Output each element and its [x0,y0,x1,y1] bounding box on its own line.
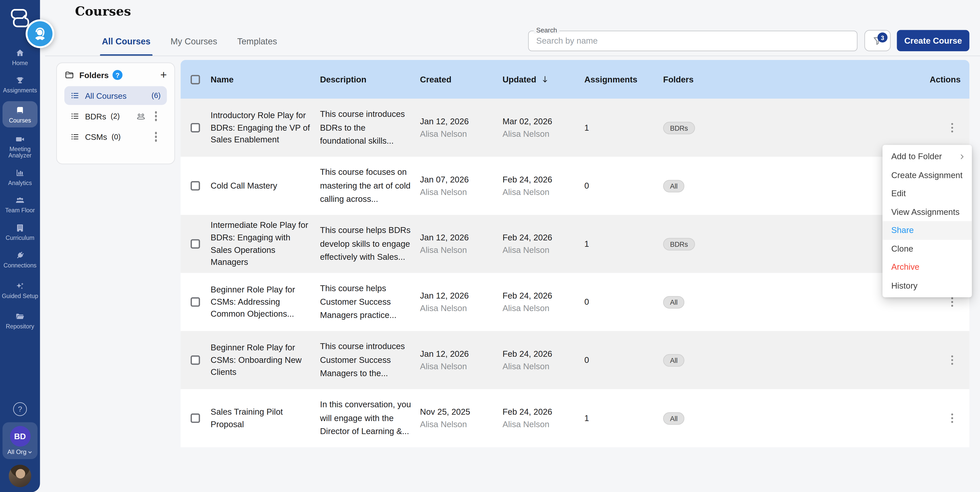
search-field: Search [528,31,858,51]
folder-chip: All [663,354,684,367]
org-avatar: BD [10,426,30,447]
assistant-avatar-button[interactable] [25,19,54,48]
list-icon [71,112,80,121]
table-row[interactable]: Introductory Role Play for BDRs: Engagin… [181,99,969,157]
sidebar-item-label: Curriculum [6,235,34,242]
sparkles-icon [15,281,25,291]
updated-by: Alisa Nelson [503,304,584,313]
menu-item-share[interactable]: Share [883,221,972,240]
org-switcher[interactable]: BD All Org [3,422,38,459]
folder-count: (0) [111,132,121,141]
folder-item-csms[interactable]: CSMs (0) [64,127,167,146]
sidebar-nav: Home Assignments Courses Meeting Analyze… [0,44,40,335]
row-checkbox[interactable] [191,413,200,423]
folder-count: (6) [151,91,161,100]
tab-all-courses[interactable]: All Courses [100,32,153,56]
column-header-updated[interactable]: Updated [503,74,584,84]
row-actions-kebab-icon[interactable] [947,353,957,367]
sidebar-active-pill: Courses [3,101,38,128]
row-actions-kebab-icon[interactable] [947,121,957,135]
menu-item-create-assignment[interactable]: Create Assignment [883,166,972,184]
menu-item-clone[interactable]: Clone [883,240,972,258]
user-avatar[interactable] [9,465,31,487]
org-label: All Org [7,448,33,455]
add-folder-button[interactable]: + [161,70,167,81]
sidebar-item-label: Meeting Analyzer [0,146,39,159]
folder-item-all-courses[interactable]: All Courses (6) [64,86,167,105]
row-checkbox[interactable] [191,239,200,249]
column-header-name[interactable]: Name [211,75,320,84]
folder-menu-kebab-icon[interactable] [151,129,161,144]
sidebar-item-label: Courses [9,117,31,124]
sidebar-item-label: Assignments [3,87,37,94]
row-checkbox[interactable] [191,297,200,307]
building-icon [15,223,25,233]
search-input[interactable] [528,31,858,51]
column-header-folders[interactable]: Folders [663,75,744,84]
menu-item-edit[interactable]: Edit [883,184,972,203]
folders-header: Folders ? + [57,63,174,84]
sidebar-item-meeting-analyzer[interactable]: Meeting Analyzer [0,130,40,163]
column-header-description[interactable]: Description [320,75,420,84]
sidebar-item-repository[interactable]: Repository [0,307,40,335]
tab-my-courses[interactable]: My Courses [169,32,219,56]
row-checkbox[interactable] [191,356,200,365]
assignments-count: 0 [584,181,663,190]
sidebar-item-curriculum[interactable]: Curriculum [0,219,40,246]
course-description: This course focuses on mastering the art… [320,165,420,206]
sidebar-item-label: Analytics [8,180,32,187]
help-icon[interactable]: ? [13,402,27,416]
select-all-checkbox[interactable] [191,75,200,84]
search-label: Search [534,26,560,34]
updated-date: Feb 24, 2026 [503,233,584,243]
course-description: In this conversation, you will engage wi… [320,398,420,439]
row-checkbox[interactable] [191,123,200,132]
list-icon [71,91,80,100]
menu-item-view-assignments[interactable]: View Assignments [883,203,972,221]
filter-button[interactable]: 3 [864,30,891,51]
bar-chart-icon [15,168,25,178]
table-row[interactable]: Intermediate Role Play for BDRs: Engagin… [181,215,969,273]
menu-item-add-to-folder[interactable]: Add to Folder [883,148,972,166]
home-icon [15,48,25,58]
folder-menu-kebab-icon[interactable] [151,109,161,124]
folder-item-bdrs[interactable]: BDRs (2) [64,107,167,125]
open-folder-icon [15,311,25,322]
folders-help-icon[interactable]: ? [113,70,123,80]
course-description: This course helps Customer Success Manag… [320,281,420,322]
tabs: All Courses My Courses Templates [100,32,279,56]
table-row[interactable]: Sales Training Pilot Proposal In this co… [181,389,969,448]
main-content: Courses All Courses My Courses Templates… [40,0,980,492]
menu-item-archive[interactable]: Archive [883,258,972,276]
created-by: Alisa Nelson [420,304,503,313]
shared-users-icon[interactable] [135,111,146,121]
sidebar-item-home[interactable]: Home [0,44,40,71]
folder-chip: All [663,179,684,192]
row-checkbox[interactable] [191,181,200,190]
assistant-avatar [27,21,52,46]
table-row[interactable]: Cold Call Mastery This course focuses on… [181,157,969,215]
sidebar-item-assignments[interactable]: Assignments [0,71,40,99]
updated-date: Feb 24, 2026 [503,175,584,184]
tab-templates[interactable]: Templates [235,32,279,56]
sidebar-item-label: Connections [3,262,37,269]
column-header-created[interactable]: Created [420,75,503,84]
sidebar-item-connections[interactable]: Connections [0,246,40,273]
created-date: Jan 12, 2026 [420,291,503,301]
column-header-assignments[interactable]: Assignments [584,75,663,84]
sidebar-item-guided-setup[interactable]: Guided Setup [0,273,40,307]
menu-item-history[interactable]: History [883,276,972,295]
row-actions-kebab-icon[interactable] [947,411,957,425]
sidebar-item-team-floor[interactable]: Team Floor [0,191,40,219]
sidebar-item-analytics[interactable]: Analytics [0,163,40,191]
tabs-divider [45,56,980,56]
course-name: Cold Call Mastery [211,179,320,192]
updated-by: Alisa Nelson [503,129,584,139]
create-course-button[interactable]: Create Course [897,30,969,51]
course-name: Beginner Role Play for CSMs: Onboarding … [211,342,320,378]
folder-chip: BDRs [663,238,695,250]
updated-by: Alisa Nelson [503,362,584,371]
table-row[interactable]: Beginner Role Play for CSMs: Onboarding … [181,331,969,389]
table-row[interactable]: Beginner Role Play for CSMs: Addressing … [181,273,969,331]
sidebar-item-courses[interactable]: Courses [0,100,40,129]
